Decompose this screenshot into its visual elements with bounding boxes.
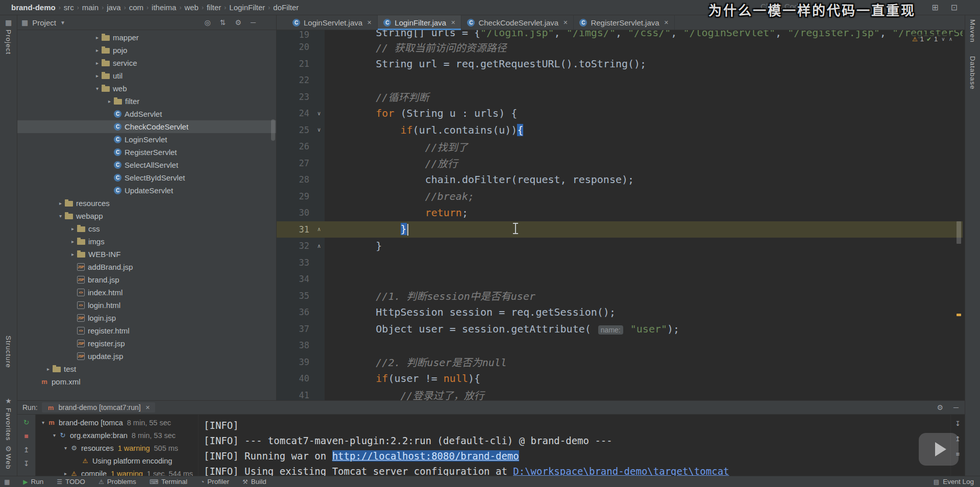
tab-close-icon[interactable]: ✕ bbox=[367, 19, 372, 26]
toolwindow-favorites[interactable]: Favorites bbox=[5, 408, 12, 441]
code-text[interactable]: HttpSession session = req.getSession(); bbox=[325, 306, 963, 318]
code-text[interactable]: } bbox=[325, 240, 963, 252]
editor-scrollbar-thumb[interactable] bbox=[957, 221, 961, 244]
tree-item-service[interactable]: ▸service bbox=[17, 57, 276, 69]
tree-item-css[interactable]: ▸css bbox=[17, 222, 276, 235]
tree-item-selectbyidservlet[interactable]: CSelectByIdServlet bbox=[17, 171, 276, 184]
code-text[interactable]: String[] urls = {"/login.jsp", "/imgs/",… bbox=[325, 30, 963, 39]
breadcrumb-item[interactable]: web bbox=[184, 3, 199, 12]
tree-item-registerservlet[interactable]: CRegisterServlet bbox=[17, 146, 276, 159]
statusbar-item-build[interactable]: ⚒Build bbox=[242, 478, 266, 485]
fold-marker-icon[interactable]: ∨ bbox=[313, 122, 325, 139]
breadcrumb-item[interactable]: doFilter bbox=[273, 3, 299, 12]
code-text[interactable]: //1. 判断session中是否有user bbox=[325, 288, 963, 303]
tree-chevron-icon[interactable]: ▸ bbox=[93, 35, 102, 40]
tree-item-pom-xml[interactable]: mpom.xml bbox=[17, 375, 276, 388]
scroll-down-icon[interactable]: ↧ bbox=[23, 459, 30, 468]
tree-item-register-html[interactable]: <>register.html bbox=[17, 324, 276, 337]
toolwindow-grid-icon[interactable]: ▦ bbox=[4, 478, 10, 485]
tree-item-web[interactable]: ▾web bbox=[17, 82, 276, 95]
toolwindow-project[interactable]: Project bbox=[5, 30, 12, 55]
breadcrumb-item[interactable]: itheima bbox=[152, 3, 176, 12]
console-hyperlink[interactable]: http://localhost:8080/brand-demo bbox=[332, 450, 519, 462]
tree-chevron-icon[interactable]: ▸ bbox=[61, 471, 70, 476]
statusbar-item-terminal[interactable]: ⌨Terminal bbox=[150, 478, 187, 485]
code-editor[interactable]: 19 String[] urls = {"/login.jsp", "/imgs… bbox=[277, 30, 963, 400]
tree-item-filter[interactable]: ▸filter bbox=[17, 95, 276, 108]
statusbar-item-run[interactable]: ▶Run bbox=[23, 478, 43, 485]
presentation-icon[interactable]: ⊡ bbox=[951, 3, 958, 12]
breadcrumb-item[interactable]: src bbox=[64, 3, 74, 12]
code-text[interactable]: //放行 bbox=[325, 156, 963, 170]
breadcrumb-item[interactable]: java bbox=[107, 3, 121, 12]
tree-item-web-inf[interactable]: ▸WEB-INF bbox=[17, 248, 276, 261]
tab-close-icon[interactable]: ✕ bbox=[563, 19, 568, 26]
statusbar-item-profiler[interactable]: ◔Profiler bbox=[201, 478, 229, 485]
tree-chevron-icon[interactable]: ▾ bbox=[39, 420, 47, 425]
code-text[interactable]: String url = req.getRequestURL().toStrin… bbox=[325, 58, 963, 70]
wrench-icon[interactable]: ⚙ bbox=[0, 445, 17, 453]
tree-item-update-jsp[interactable]: JSPupdate.jsp bbox=[17, 350, 276, 363]
tree-chevron-icon[interactable]: ▸ bbox=[68, 251, 77, 257]
tree-chevron-icon[interactable]: ▾ bbox=[56, 213, 65, 219]
tree-chevron-icon[interactable]: ▾ bbox=[93, 86, 102, 91]
statusbar-event-log[interactable]: ▤ Event Log bbox=[934, 478, 974, 485]
toolwindow-database[interactable]: Database bbox=[969, 56, 976, 90]
close-icon[interactable]: ✕ bbox=[145, 404, 150, 411]
rerun-icon[interactable]: ↻ bbox=[23, 418, 30, 426]
run-configuration-tab[interactable]: m brand-demo [tomcat7:run] ✕ bbox=[42, 402, 155, 413]
tree-item-loginservlet[interactable]: CLoginServlet bbox=[17, 133, 276, 146]
run-tree-item[interactable]: ▸⚠compile1 warning1 sec, 544 ms bbox=[36, 467, 198, 476]
settings-icon[interactable]: ⚙ bbox=[235, 18, 242, 27]
chevron-down-icon[interactable]: ▼ bbox=[60, 20, 65, 25]
tree-chevron-icon[interactable]: ▸ bbox=[93, 47, 102, 53]
code-text[interactable]: for (String u : urls) { bbox=[325, 107, 963, 119]
tree-chevron-icon[interactable]: ▸ bbox=[44, 366, 53, 372]
code-text[interactable]: //break; bbox=[325, 190, 963, 202]
tree-item-updateservlet[interactable]: CUpdateServlet bbox=[17, 184, 276, 197]
share-screen-icon[interactable]: ⊞ bbox=[932, 3, 938, 12]
tree-item-login-html[interactable]: <>login.html bbox=[17, 299, 276, 312]
code-text[interactable]: //登录过了，放行 bbox=[325, 388, 963, 400]
tree-chevron-icon[interactable]: ▸ bbox=[68, 226, 77, 232]
breadcrumb-item[interactable]: LoginFilter bbox=[229, 3, 265, 12]
tree-item-imgs[interactable]: ▸imgs bbox=[17, 235, 276, 248]
code-text[interactable]: } bbox=[325, 223, 963, 236]
tree-item-selectallservlet[interactable]: CSelectAllServlet bbox=[17, 159, 276, 171]
collapse-all-icon[interactable]: ⇅ bbox=[220, 18, 226, 27]
toolwindow-structure[interactable]: Structure bbox=[5, 336, 12, 368]
tree-item-register-jsp[interactable]: JSPregister.jsp bbox=[17, 337, 276, 350]
stop-icon[interactable]: ■ bbox=[24, 432, 28, 440]
editor-tab[interactable]: CRegisterServlet.java✕ bbox=[574, 15, 674, 30]
breadcrumb-item[interactable]: brand-demo bbox=[11, 3, 56, 12]
tree-chevron-icon[interactable]: ▾ bbox=[61, 445, 70, 451]
tree-item-test[interactable]: ▸test bbox=[17, 363, 276, 375]
run-tree-item[interactable]: ▾⚙resources1 warning505 ms bbox=[36, 442, 198, 454]
fold-marker-icon[interactable]: ∧ bbox=[313, 238, 325, 254]
scroll-up-icon[interactable]: ↥ bbox=[23, 446, 30, 454]
code-text[interactable]: //循环判断 bbox=[325, 89, 963, 104]
breadcrumb-item[interactable]: filter bbox=[207, 3, 221, 12]
run-tree-item[interactable]: ⚠Using plat­form encoding bbox=[36, 454, 198, 467]
tab-close-icon[interactable]: ✕ bbox=[664, 19, 669, 26]
tree-item-brand-jsp[interactable]: JSPbrand.jsp bbox=[17, 273, 276, 286]
hide-panel-icon[interactable]: ─ bbox=[953, 403, 959, 412]
tree-item-index-html[interactable]: <>index.html bbox=[17, 286, 276, 299]
statusbar-item-todo[interactable]: ☰TODO bbox=[57, 478, 85, 485]
tree-chevron-icon[interactable]: ▸ bbox=[56, 200, 65, 206]
tree-item-checkcodeservlet[interactable]: CCheckCodeServlet bbox=[17, 120, 276, 133]
code-text[interactable]: chain.doFilter(request, response); bbox=[325, 173, 963, 186]
statusbar-item-problems[interactable]: ⚠Problems bbox=[99, 478, 136, 485]
project-view-label[interactable]: Project bbox=[32, 18, 56, 27]
inspection-widget[interactable]: ⚠ 1 ✔ 1 ∨ ∧ bbox=[910, 34, 954, 44]
tree-item-addservlet[interactable]: CAddServlet bbox=[17, 108, 276, 120]
run-tree-item[interactable]: ▾mbrand-demo [tomca8 min, 55 sec bbox=[36, 416, 198, 429]
scroll-to-end-icon[interactable]: ↧ bbox=[955, 420, 961, 427]
next-highlight-icon[interactable]: ∨ bbox=[941, 36, 945, 42]
project-tool-icon[interactable]: ▦ bbox=[0, 18, 17, 27]
tree-item-resources[interactable]: ▸resources bbox=[17, 197, 276, 210]
breadcrumb-item[interactable]: main bbox=[82, 3, 99, 12]
tree-chevron-icon[interactable]: ▸ bbox=[93, 73, 102, 79]
code-text[interactable]: if(user != null){ bbox=[325, 372, 963, 385]
tree-scrollbar[interactable] bbox=[271, 119, 275, 141]
